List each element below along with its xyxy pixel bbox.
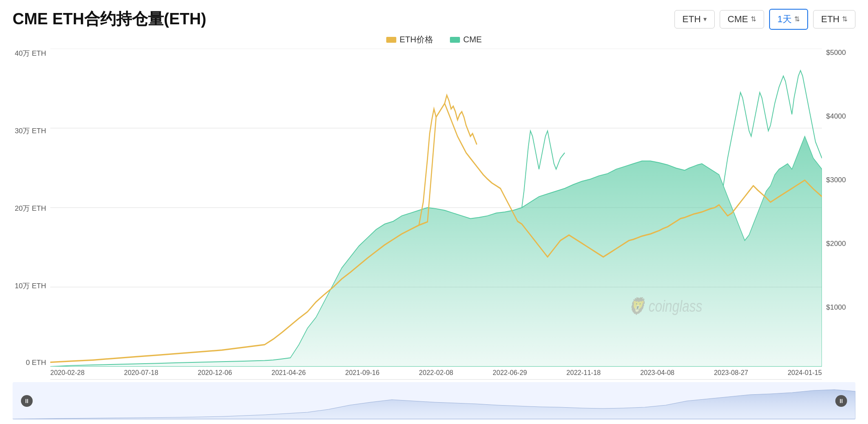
y-axis-right: $5000 $4000 $3000 $2000 $1000 — [822, 49, 855, 380]
eth-dropdown[interactable]: ETH ▾ — [674, 10, 715, 28]
cme-dropdown[interactable]: CME ⇅ — [720, 10, 764, 28]
y-right-4000: $4000 — [826, 112, 855, 121]
x-label-4: 2021-09-16 — [345, 369, 380, 377]
mini-chart-svg — [13, 382, 855, 420]
page-title: CME ETH合约持仓量(ETH) — [13, 8, 206, 30]
mini-handle-left[interactable]: ⏸ — [21, 395, 33, 407]
chart-legend: ETH价格 CME — [13, 34, 855, 45]
currency-dropdown[interactable]: ETH ⇅ — [813, 10, 855, 28]
pause-icon-right: ⏸ — [838, 398, 844, 404]
x-label-7: 2022-11-18 — [566, 369, 601, 377]
mini-handle-right[interactable]: ⏸ — [835, 395, 847, 407]
legend-color-eth — [386, 37, 396, 43]
y-label-0: 0 ETH — [13, 359, 46, 367]
x-label-6: 2022-06-29 — [493, 369, 527, 377]
y-right-1000: $1000 — [826, 303, 855, 312]
legend-cme: CME — [450, 34, 482, 45]
y-label-20: 20万 ETH — [13, 204, 46, 213]
period-dropdown[interactable]: 1天 ⇅ — [769, 9, 808, 30]
x-label-8: 2023-04-08 — [640, 369, 674, 377]
legend-label-eth: ETH价格 — [400, 34, 433, 45]
chart-svg: 🦁 coinglass — [50, 49, 822, 367]
y-label-30: 30万 ETH — [13, 126, 46, 136]
x-label-3: 2021-04-26 — [271, 369, 306, 377]
x-label-5: 2022-02-08 — [419, 369, 453, 377]
y-label-40: 40万 ETH — [13, 49, 46, 58]
y-right-5000: $5000 — [826, 49, 855, 57]
svg-text:🦁 coinglass: 🦁 coinglass — [628, 296, 702, 316]
chevron-up-down-icon: ⇅ — [751, 15, 756, 23]
x-label-0: 2020-02-28 — [50, 369, 85, 377]
x-label-10: 2024-01-15 — [788, 369, 822, 377]
x-axis: 2020-02-28 2020-07-18 2020-12-06 2021-04… — [50, 367, 822, 379]
mini-chart-container: ⏸ ⏸ — [13, 382, 855, 420]
x-label-1: 2020-07-18 — [124, 369, 158, 377]
x-label-2: 2020-12-06 — [198, 369, 232, 377]
x-label-9: 2023-08-27 — [714, 369, 748, 377]
chart-canvas: 🦁 coinglass 2020-02-28 2020-07-18 2020-1… — [50, 49, 822, 380]
pause-icon-left: ⏸ — [24, 398, 30, 404]
controls-bar: ETH ▾ CME ⇅ 1天 ⇅ ETH ⇅ — [674, 9, 855, 30]
chevron-down-icon: ▾ — [703, 15, 707, 23]
legend-eth-price: ETH价格 — [386, 34, 433, 45]
y-right-2000: $2000 — [826, 240, 855, 248]
chart-header: CME ETH合约持仓量(ETH) ETH ▾ CME ⇅ 1天 ⇅ ETH ⇅ — [13, 8, 855, 30]
chart-area: 40万 ETH 30万 ETH 20万 ETH 10万 ETH 0 ETH — [13, 49, 855, 380]
legend-color-cme — [450, 37, 460, 43]
y-axis-left: 40万 ETH 30万 ETH 20万 ETH 10万 ETH 0 ETH — [13, 49, 50, 380]
y-right-3000: $3000 — [826, 176, 855, 184]
y-label-10: 10万 ETH — [13, 281, 46, 291]
legend-label-cme: CME — [463, 35, 482, 44]
chevron-up-down-icon-3: ⇅ — [842, 15, 847, 23]
chevron-up-down-icon-2: ⇅ — [794, 15, 800, 23]
